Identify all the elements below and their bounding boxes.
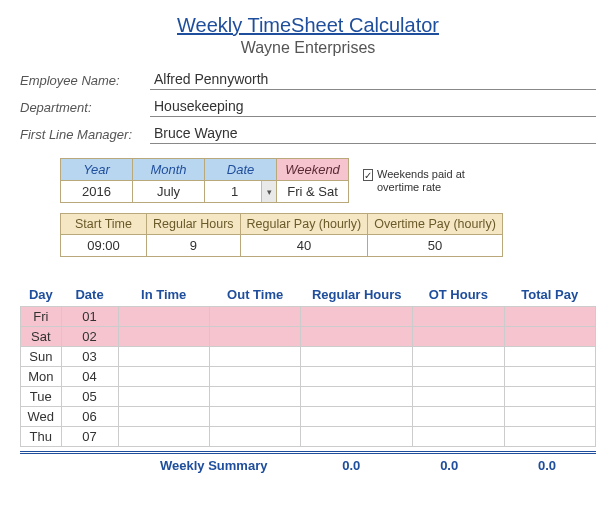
entry-cell[interactable] (209, 427, 300, 447)
weekly-summary-row: Weekly Summary 0.0 0.0 0.0 (20, 451, 596, 473)
dropdown-icon[interactable]: ▾ (261, 181, 276, 202)
date-value: 1 (231, 184, 238, 199)
entry-cell[interactable] (504, 347, 596, 367)
checkbox-label: Weekends paid at overtime rate (377, 168, 483, 192)
date-cell: 06 (61, 407, 118, 427)
date-cell: 07 (61, 427, 118, 447)
company-name: Wayne Enterprises (20, 39, 596, 57)
date-header: Date (205, 159, 277, 181)
table-row: Sun03 (21, 347, 596, 367)
start-time-cell[interactable]: 09:00 (61, 235, 147, 257)
entry-cell[interactable] (413, 427, 504, 447)
manager-label: First Line Manager: (20, 127, 150, 144)
entry-cell[interactable] (413, 307, 504, 327)
pay-config-table: Start Time Regular Hours Regular Pay (ho… (60, 213, 503, 257)
date-cell: 03 (61, 347, 118, 367)
department-row: Department: Housekeeping (20, 96, 596, 117)
table-row: Thu07 (21, 427, 596, 447)
entry-cell[interactable] (209, 327, 300, 347)
entry-cell[interactable] (301, 387, 413, 407)
regular-pay-header: Regular Pay (hourly) (240, 214, 368, 235)
entry-cell[interactable] (504, 307, 596, 327)
col-header: OT Hours (413, 283, 504, 307)
entry-cell[interactable] (413, 327, 504, 347)
entry-cell[interactable] (209, 407, 300, 427)
entry-cell[interactable] (118, 327, 209, 347)
entry-cell[interactable] (301, 407, 413, 427)
overtime-pay-header: Overtime Pay (hourly) (368, 214, 503, 235)
table-row: Wed06 (21, 407, 596, 427)
month-header: Month (133, 159, 205, 181)
table-row: Tue05 (21, 387, 596, 407)
employee-label: Employee Name: (20, 73, 150, 90)
entry-cell[interactable] (118, 367, 209, 387)
entry-cell[interactable] (301, 367, 413, 387)
regular-hours-header: Regular Hours (147, 214, 241, 235)
year-cell[interactable]: 2016 (61, 181, 133, 203)
table-row: Mon04 (21, 367, 596, 387)
date-cell: 01 (61, 307, 118, 327)
summary-total: 0.0 (498, 458, 596, 473)
entry-cell[interactable] (504, 427, 596, 447)
weekend-header: Weekend (277, 159, 349, 181)
entry-cell[interactable] (413, 407, 504, 427)
col-header: Out Time (209, 283, 300, 307)
entry-cell[interactable] (118, 387, 209, 407)
entry-cell[interactable] (504, 367, 596, 387)
day-cell: Thu (21, 427, 62, 447)
day-cell: Wed (21, 407, 62, 427)
entry-cell[interactable] (301, 307, 413, 327)
overtime-pay-cell[interactable]: 50 (368, 235, 503, 257)
date-cell: 02 (61, 327, 118, 347)
col-header: In Time (118, 283, 209, 307)
employee-field[interactable]: Alfred Pennyworth (150, 69, 596, 90)
department-label: Department: (20, 100, 150, 117)
manager-field[interactable]: Bruce Wayne (150, 123, 596, 144)
entry-cell[interactable] (118, 407, 209, 427)
regular-hours-cell[interactable]: 9 (147, 235, 241, 257)
table-row: Fri01 (21, 307, 596, 327)
timesheet-header-row: DayDateIn TimeOut TimeRegular HoursOT Ho… (21, 283, 596, 307)
date-cell: 04 (61, 367, 118, 387)
col-header: Total Pay (504, 283, 596, 307)
entry-cell[interactable] (118, 427, 209, 447)
table-row: Sat02 (21, 327, 596, 347)
entry-cell[interactable] (209, 347, 300, 367)
department-field[interactable]: Housekeeping (150, 96, 596, 117)
date-cell[interactable]: 1 ▾ (205, 181, 277, 203)
period-selector-table: Year Month Date Weekend 2016 July 1 ▾ Fr… (60, 158, 349, 203)
day-cell: Sat (21, 327, 62, 347)
regular-pay-cell[interactable]: 40 (240, 235, 368, 257)
employee-row: Employee Name: Alfred Pennyworth (20, 69, 596, 90)
entry-cell[interactable] (118, 347, 209, 367)
overtime-checkbox-wrap[interactable]: ✓ Weekends paid at overtime rate (363, 168, 483, 192)
day-cell: Mon (21, 367, 62, 387)
summary-label: Weekly Summary (160, 458, 302, 473)
col-header: Regular Hours (301, 283, 413, 307)
entry-cell[interactable] (504, 387, 596, 407)
entry-cell[interactable] (301, 347, 413, 367)
day-cell: Tue (21, 387, 62, 407)
entry-cell[interactable] (209, 307, 300, 327)
entry-cell[interactable] (504, 407, 596, 427)
entry-cell[interactable] (504, 327, 596, 347)
month-cell[interactable]: July (133, 181, 205, 203)
checkbox-icon[interactable]: ✓ (363, 169, 373, 181)
start-time-header: Start Time (61, 214, 147, 235)
entry-cell[interactable] (301, 327, 413, 347)
weekend-cell[interactable]: Fri & Sat (277, 181, 349, 203)
col-header: Day (21, 283, 62, 307)
col-header: Date (61, 283, 118, 307)
year-header: Year (61, 159, 133, 181)
entry-cell[interactable] (301, 427, 413, 447)
entry-cell[interactable] (413, 347, 504, 367)
day-cell: Sun (21, 347, 62, 367)
entry-cell[interactable] (209, 387, 300, 407)
entry-cell[interactable] (209, 367, 300, 387)
timesheet-body: Fri01Sat02Sun03Mon04Tue05Wed06Thu07 (21, 307, 596, 447)
entry-cell[interactable] (118, 307, 209, 327)
entry-cell[interactable] (413, 387, 504, 407)
page-title: Weekly TimeSheet Calculator (20, 14, 596, 37)
entry-cell[interactable] (413, 367, 504, 387)
timesheet-table: DayDateIn TimeOut TimeRegular HoursOT Ho… (20, 283, 596, 447)
